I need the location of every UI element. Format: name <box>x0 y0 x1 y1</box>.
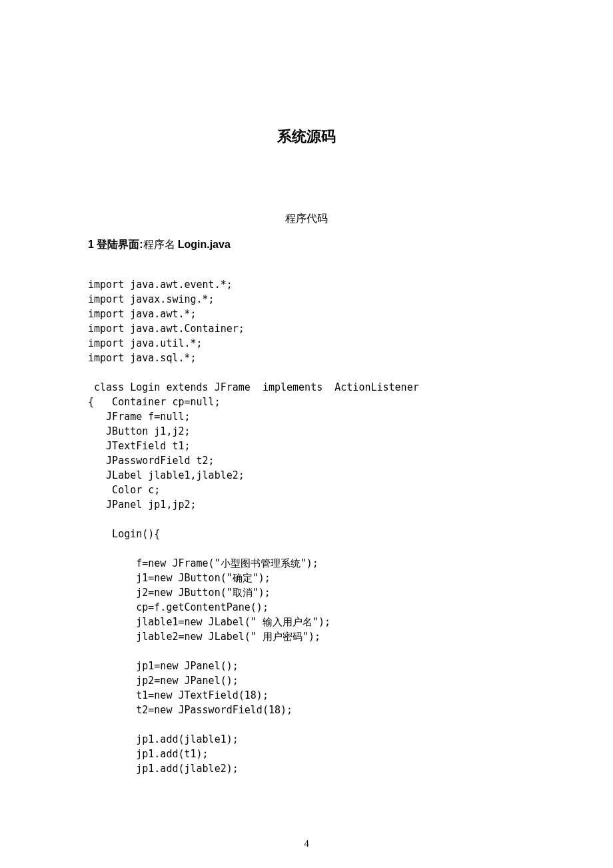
section-number: 1 <box>88 239 94 250</box>
section-label-bold: 登陆界面: <box>97 239 143 250</box>
page-number: 4 <box>0 838 613 849</box>
section-filename: Login.java <box>178 239 231 250</box>
section-label-normal: 程序名 <box>143 239 175 250</box>
code-listing: import java.awt.event.*; import javax.sw… <box>88 277 525 776</box>
section-heading: 1 登陆界面:程序名 Login.java <box>88 238 525 252</box>
section-subtitle: 程序代码 <box>88 212 525 226</box>
document-page: 系统源码 程序代码 1 登陆界面:程序名 Login.java import j… <box>0 0 613 776</box>
page-title: 系统源码 <box>88 127 525 147</box>
